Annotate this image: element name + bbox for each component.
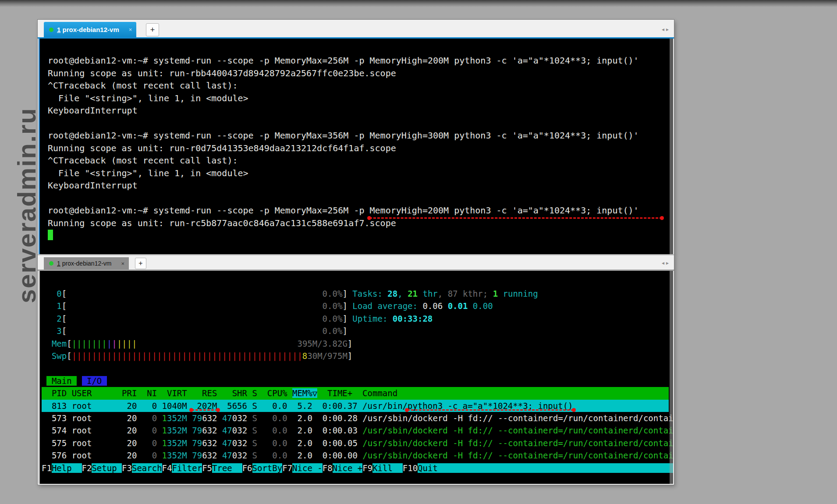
text-segment: I/O <box>82 376 107 386</box>
text-segment: 0.0 <box>262 438 287 448</box>
tab-prox-debian12-vm[interactable]: 1 prox-debian12-vm × <box>44 257 129 270</box>
scroll-left-icon: ◂ <box>662 260 666 266</box>
close-icon[interactable]: × <box>121 260 125 267</box>
text-segment <box>77 376 82 386</box>
text-segment: Search <box>132 463 162 473</box>
text-segment: 352M <box>167 451 187 460</box>
table-header: PID USER PRI NI VIRT RES SHR S CPU% MEM%… <box>42 387 669 399</box>
text-segment: 2.0 <box>292 438 312 448</box>
annotation-dot <box>367 216 371 220</box>
mem-meter: Mem[||||||||||||| 395M/3.82G] <box>42 337 669 350</box>
text-segment: 0 <box>142 426 157 435</box>
text-segment: ||||||||||||||||||||||||||||||||||||||||… <box>72 351 302 361</box>
text-segment: 00:33:28 <box>393 314 433 323</box>
text-segment <box>157 426 162 435</box>
text-segment: 79 <box>192 426 202 435</box>
text-segment: 352M <box>167 426 187 435</box>
terminal-line: root@debian12-vm:~# systemd-run --scope … <box>48 54 669 67</box>
close-icon[interactable]: × <box>129 26 132 33</box>
text-segment <box>247 413 252 423</box>
text-segment: Nice + <box>333 463 363 473</box>
tab-scroll-arrows[interactable]: ◂▸ <box>662 260 670 266</box>
text-segment: 0.0 <box>262 413 287 423</box>
text-segment: 2.0 <box>292 413 312 423</box>
terminal-line: root@debian12-vm:~# systemd-run --scope … <box>48 129 669 142</box>
tab-scroll-arrows[interactable]: ◂▸ <box>662 26 670 32</box>
text-segment: S <box>252 413 257 423</box>
text-segment <box>287 413 292 423</box>
text-segment: 0.01 <box>448 301 473 311</box>
text-segment: 0 <box>42 289 62 298</box>
watermark: serveradmin.ru <box>12 70 41 341</box>
text-segment <box>247 426 252 435</box>
text-segment: 032 <box>232 413 247 423</box>
text-cursor <box>48 230 53 240</box>
process-row: 576 root 20 0 1352M 79632 47032 S 0.0 2.… <box>42 449 669 461</box>
text-segment <box>42 376 46 386</box>
scroll-right-icon: ▸ <box>666 260 670 266</box>
text-segment: 47 <box>222 451 232 460</box>
text-segment: 0.0% <box>323 314 343 323</box>
text-segment: 79 <box>192 438 202 448</box>
text-segment: 1 <box>42 301 62 311</box>
text-segment <box>438 463 673 473</box>
desktop: { "watermark": "serveradmin.ru", "colors… <box>0 0 837 504</box>
text-segment: 3 <box>42 326 62 336</box>
terminal-line: ^CTraceback (most recent call last): <box>48 79 669 92</box>
text-segment: thr <box>418 289 438 298</box>
text-segment: TIME+ Command <box>317 388 397 398</box>
text-segment <box>42 363 46 373</box>
text-segment: 47 <box>222 413 232 423</box>
text-segment: ] <box>348 339 352 348</box>
text-segment: [ <box>62 314 67 323</box>
session-connected-icon <box>49 28 53 32</box>
text-segment: ] <box>342 326 347 336</box>
text-segment: 0 <box>142 451 157 460</box>
text-segment: 575 root 20 <box>42 438 142 448</box>
text-segment: , 87 kthr; <box>438 289 493 298</box>
new-tab-button[interactable]: + <box>135 258 146 269</box>
new-tab-button[interactable]: + <box>146 23 159 36</box>
scrollbar[interactable] <box>670 39 673 254</box>
terminal-line: File "<string>", line 1, in <module> <box>48 167 669 180</box>
text-segment: S <box>252 426 257 435</box>
text-segment: 0:00.00 <box>312 451 362 460</box>
annotation-dot <box>405 408 409 412</box>
terminal-pane[interactable]: root@debian12-vm:~# systemd-run --scope … <box>39 39 673 254</box>
text-segment: 0.0 <box>262 426 287 435</box>
text-segment: 632 <box>202 413 217 423</box>
text-segment: Main <box>46 376 77 386</box>
session-connected-icon <box>49 261 53 266</box>
text-segment: 352M <box>167 413 187 423</box>
text-segment <box>247 451 252 460</box>
text-segment <box>137 339 297 348</box>
text-segment: /usr/sbin/dockerd -H fd:// --containerd=… <box>362 413 673 423</box>
terminal-line <box>48 192 669 205</box>
scrollbar[interactable] <box>670 271 673 484</box>
text-segment: |||| <box>117 339 137 348</box>
text-segment: Tasks: <box>352 289 387 298</box>
terminal-line: KeyboardInterrupt <box>48 179 669 192</box>
text-segment: [ <box>62 301 67 311</box>
annotation-underline-res <box>192 409 218 411</box>
htop-pane[interactable]: 0[ 0.0%] Tasks: 28, 21 thr, 87 kthr; 1 r… <box>39 271 673 484</box>
text-segment: 0 <box>142 438 157 448</box>
text-segment: 573 root 20 <box>42 413 142 423</box>
text-segment <box>157 438 162 448</box>
text-segment: F6 <box>242 463 252 473</box>
text-segment <box>67 289 322 298</box>
text-segment: running <box>498 289 538 298</box>
text-segment: 79 <box>192 451 202 460</box>
annotation-dot <box>660 216 664 220</box>
tab-prox-debian12-vm[interactable]: 1 prox-debian12-vm × <box>44 22 136 37</box>
terminal-line: root@debian12-vm:~# systemd-run --scope … <box>48 204 669 217</box>
text-segment: SortBy <box>252 463 283 473</box>
text-segment: 352M <box>167 438 187 448</box>
text-segment: F4 <box>162 463 172 473</box>
text-segment: | <box>112 339 117 348</box>
text-segment: Help <box>52 463 82 473</box>
text-segment: [ <box>67 339 71 348</box>
cursor-line <box>48 229 669 242</box>
text-segment: [ <box>62 289 67 298</box>
text-segment: ] <box>342 289 352 298</box>
